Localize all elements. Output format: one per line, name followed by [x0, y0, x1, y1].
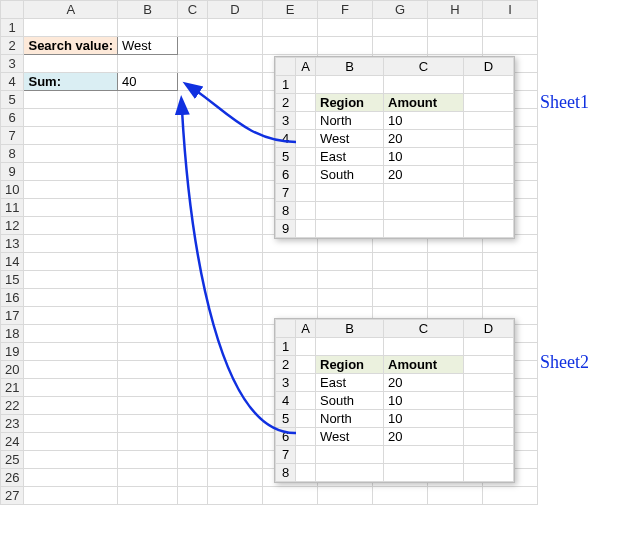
- row-header[interactable]: 5: [276, 148, 296, 166]
- col-header[interactable]: I: [483, 1, 538, 19]
- data-cell[interactable]: West: [316, 130, 384, 148]
- data-cell[interactable]: East: [316, 148, 384, 166]
- col-header[interactable]: D: [464, 320, 514, 338]
- row-header[interactable]: 27: [1, 487, 24, 505]
- sheet1-panel[interactable]: ABCD 1 2RegionAmount 3North10 4West20 5E…: [274, 56, 515, 239]
- row-header[interactable]: 5: [276, 410, 296, 428]
- col-header[interactable]: A: [296, 58, 316, 76]
- sum-label-cell[interactable]: Sum:: [24, 73, 118, 91]
- row-header[interactable]: 13: [1, 235, 24, 253]
- row-header[interactable]: 1: [276, 76, 296, 94]
- data-cell[interactable]: 20: [384, 374, 464, 392]
- row-header[interactable]: 26: [1, 469, 24, 487]
- data-cell[interactable]: 20: [384, 428, 464, 446]
- data-cell[interactable]: 10: [384, 148, 464, 166]
- col-header[interactable]: C: [384, 320, 464, 338]
- row-header[interactable]: 4: [276, 130, 296, 148]
- row-header[interactable]: 8: [1, 145, 24, 163]
- sum-value-cell[interactable]: 40: [118, 73, 178, 91]
- sheet2-label: Sheet2: [540, 352, 589, 373]
- row-header[interactable]: 6: [1, 109, 24, 127]
- row-header[interactable]: 5: [1, 91, 24, 109]
- data-cell[interactable]: 10: [384, 410, 464, 428]
- sheet2-grid[interactable]: ABCD 1 2RegionAmount 3East20 4South10 5N…: [275, 319, 514, 482]
- data-cell[interactable]: 20: [384, 166, 464, 184]
- row-header[interactable]: 3: [1, 55, 24, 73]
- sheet1-label: Sheet1: [540, 92, 589, 113]
- row-header[interactable]: 18: [1, 325, 24, 343]
- row-header[interactable]: 1: [276, 338, 296, 356]
- search-value-cell[interactable]: West: [118, 37, 178, 55]
- row-header[interactable]: 10: [1, 181, 24, 199]
- row-header[interactable]: 7: [276, 184, 296, 202]
- data-cell[interactable]: 20: [384, 130, 464, 148]
- data-cell[interactable]: South: [316, 392, 384, 410]
- data-cell[interactable]: North: [316, 410, 384, 428]
- row-header[interactable]: 19: [1, 343, 24, 361]
- data-cell[interactable]: North: [316, 112, 384, 130]
- row-header[interactable]: 11: [1, 199, 24, 217]
- row-header[interactable]: 1: [1, 19, 24, 37]
- row-header[interactable]: 15: [1, 271, 24, 289]
- col-header[interactable]: D: [208, 1, 263, 19]
- row-header[interactable]: 4: [276, 392, 296, 410]
- region-header[interactable]: Region: [316, 94, 384, 112]
- col-header[interactable]: B: [316, 320, 384, 338]
- region-header[interactable]: Region: [316, 356, 384, 374]
- row-header[interactable]: 17: [1, 307, 24, 325]
- row-header[interactable]: 2: [276, 94, 296, 112]
- search-label-cell[interactable]: Search value:: [24, 37, 118, 55]
- row-header[interactable]: 3: [276, 374, 296, 392]
- col-header[interactable]: C: [178, 1, 208, 19]
- row-header[interactable]: 24: [1, 433, 24, 451]
- amount-header[interactable]: Amount: [384, 94, 464, 112]
- col-header[interactable]: A: [24, 1, 118, 19]
- col-header[interactable]: A: [296, 320, 316, 338]
- col-header[interactable]: B: [118, 1, 178, 19]
- col-header[interactable]: F: [318, 1, 373, 19]
- row-header[interactable]: 6: [276, 428, 296, 446]
- row-header[interactable]: 2: [276, 356, 296, 374]
- col-header[interactable]: E: [263, 1, 318, 19]
- row-header[interactable]: 20: [1, 361, 24, 379]
- data-cell[interactable]: East: [316, 374, 384, 392]
- col-header-row: A B C D E F G H I: [1, 1, 538, 19]
- amount-header[interactable]: Amount: [384, 356, 464, 374]
- col-header[interactable]: B: [316, 58, 384, 76]
- row-header[interactable]: 9: [276, 220, 296, 238]
- corner-cell[interactable]: [1, 1, 24, 19]
- row-header[interactable]: 25: [1, 451, 24, 469]
- row-header[interactable]: 7: [1, 127, 24, 145]
- row-header[interactable]: 16: [1, 289, 24, 307]
- col-header[interactable]: G: [373, 1, 428, 19]
- data-cell[interactable]: West: [316, 428, 384, 446]
- row-header[interactable]: 14: [1, 253, 24, 271]
- sheet2-panel[interactable]: ABCD 1 2RegionAmount 3East20 4South10 5N…: [274, 318, 515, 483]
- row-header[interactable]: 3: [276, 112, 296, 130]
- row-header[interactable]: 9: [1, 163, 24, 181]
- col-header[interactable]: D: [464, 58, 514, 76]
- row-header[interactable]: 23: [1, 415, 24, 433]
- row-header[interactable]: 12: [1, 217, 24, 235]
- row-header[interactable]: 22: [1, 397, 24, 415]
- col-header[interactable]: C: [384, 58, 464, 76]
- row-header[interactable]: 8: [276, 464, 296, 482]
- row-header[interactable]: 4: [1, 73, 24, 91]
- col-header[interactable]: H: [428, 1, 483, 19]
- data-cell[interactable]: 10: [384, 112, 464, 130]
- data-cell[interactable]: South: [316, 166, 384, 184]
- row-header[interactable]: 2: [1, 37, 24, 55]
- data-cell[interactable]: 10: [384, 392, 464, 410]
- row-header[interactable]: 7: [276, 446, 296, 464]
- row-header[interactable]: 6: [276, 166, 296, 184]
- row-header[interactable]: 8: [276, 202, 296, 220]
- row-header[interactable]: 21: [1, 379, 24, 397]
- sheet1-grid[interactable]: ABCD 1 2RegionAmount 3North10 4West20 5E…: [275, 57, 514, 238]
